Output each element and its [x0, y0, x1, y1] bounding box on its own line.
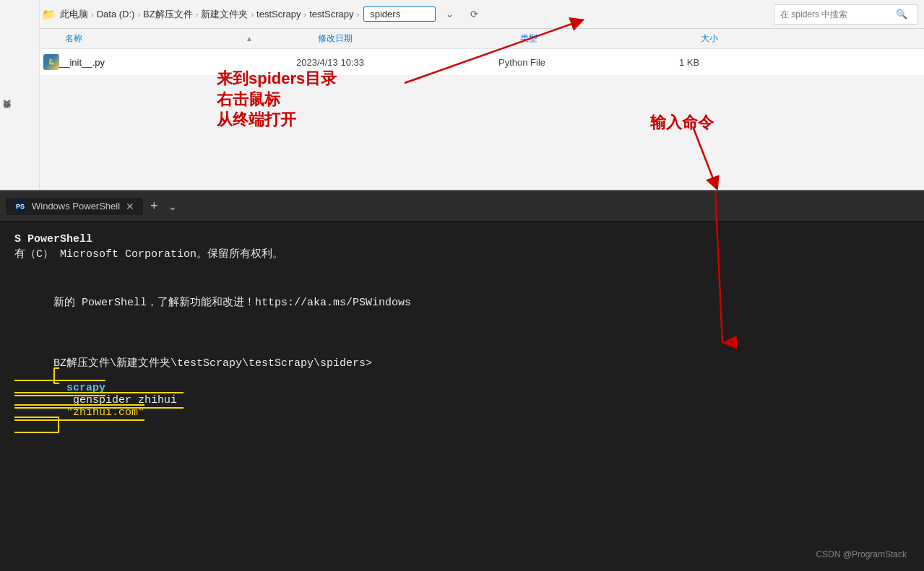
- file-date: 2023/4/13 10:33: [296, 57, 498, 68]
- terminal-add-tab-btn[interactable]: +: [146, 199, 163, 214]
- breadcrumb-pc[interactable]: 此电脑: [60, 8, 88, 21]
- col-header-type[interactable]: 类型: [520, 32, 701, 45]
- terminal-line-1: S PowerShell: [14, 233, 910, 245]
- file-explorer: 文件资料 📁 此电脑 › Data (D:) › BZ解压文件 › 新建文件夹 …: [0, 0, 924, 191]
- search-icon[interactable]: 🔍: [896, 9, 907, 19]
- svg-line-1: [694, 128, 715, 184]
- col-sort-arrow-up: ▲: [246, 35, 253, 43]
- terminal-content: S PowerShell 有（C） Microsoft Corporation。…: [0, 222, 924, 571]
- terminal-line-3: 新的 PowerShell，了解新功能和改进！https://aka.ms/PS…: [14, 283, 910, 321]
- terminal-line-blank2: [14, 323, 910, 335]
- col-header-date[interactable]: 修改日期: [318, 32, 520, 45]
- col-header-name[interactable]: 名称: [65, 32, 318, 45]
- annotation-text-steps: 来到spiders目录 右击鼠标 从终端打开: [217, 69, 337, 131]
- powershell-icon: PS: [14, 201, 26, 212]
- breadcrumb-d[interactable]: Data (D:): [97, 9, 135, 19]
- terminal-cmd-url: "zhihui.com": [66, 406, 144, 419]
- tab-close-btn[interactable]: ✕: [126, 201, 134, 212]
- terminal-line-3-text: 新的 PowerShell，了解新功能和改进！https://aka.ms/PS…: [53, 297, 411, 309]
- column-headers: ▲ 名称 修改日期 类型 大小: [0, 29, 924, 49]
- sidebar-label: 文件资料: [0, 112, 14, 118]
- breadcrumb-ts1[interactable]: testScrapy: [256, 9, 301, 19]
- address-chevron-btn[interactable]: ⌄: [439, 4, 460, 25]
- breadcrumb-bz[interactable]: BZ解压文件: [143, 8, 193, 21]
- terminal-section: PS Windows PowerShell ✕ + ⌄ S PowerShell…: [0, 191, 924, 571]
- search-box[interactable]: 🔍: [774, 4, 918, 25]
- file-name[interactable]: __init__.py: [59, 57, 296, 68]
- csdn-watermark: CSDN @ProgramStack: [816, 549, 907, 559]
- terminal-cmd-box: scrapy genspider zhihui "zhihui.com": [14, 367, 183, 433]
- folder-icon: 📁: [42, 8, 56, 21]
- address-refresh-btn[interactable]: ⟳: [463, 4, 485, 25]
- address-bar: 📁 此电脑 › Data (D:) › BZ解压文件 › 新建文件夹 › tes…: [0, 0, 924, 29]
- annot-input-cmd-text: 输入命令: [650, 113, 714, 131]
- terminal-prompt-path: BZ解压文件\新建文件夹\testScrapy\testScrapy\spide…: [53, 357, 372, 370]
- terminal-dropdown-btn[interactable]: ⌄: [165, 201, 180, 212]
- tab-label: Windows PowerShell: [32, 201, 120, 212]
- terminal-cmd-rest: genspider zhihui: [66, 394, 183, 406]
- breadcrumb-new[interactable]: 新建文件夹: [201, 8, 248, 21]
- annot-line2: 右击鼠标: [217, 90, 280, 108]
- file-size: 1 KB: [679, 57, 751, 68]
- terminal-line-2: 有（C） Microsoft Corporation。保留所有权利。: [14, 247, 910, 261]
- col-header-size[interactable]: 大小: [701, 32, 773, 45]
- terminal-prompt-line: BZ解压文件\新建文件夹\testScrapy\testScrapy\spide…: [14, 344, 910, 443]
- annot-line3: 从终端打开: [217, 110, 296, 128]
- file-row[interactable]: 🐍 __init__.py 2023/4/13 10:33 Python Fil…: [0, 49, 924, 75]
- terminal-tabbar: PS Windows PowerShell ✕ + ⌄: [0, 191, 924, 222]
- sidebar: 文件资料: [0, 0, 40, 190]
- file-type: Python File: [498, 57, 679, 68]
- python-file-icon: 🐍: [43, 54, 59, 70]
- breadcrumb[interactable]: 📁 此电脑 › Data (D:) › BZ解压文件 › 新建文件夹 › tes…: [42, 8, 360, 21]
- annotation-input-cmd: 输入命令: [650, 112, 714, 134]
- terminal-cmd-scrapy: scrapy: [66, 382, 105, 394]
- search-input[interactable]: [780, 9, 896, 19]
- terminal-tab-powershell[interactable]: PS Windows PowerShell ✕: [6, 198, 143, 215]
- terminal-line-blank: [14, 262, 910, 274]
- breadcrumb-ts2[interactable]: testScrapy: [309, 9, 353, 19]
- breadcrumb-active[interactable]: spiders: [363, 6, 436, 22]
